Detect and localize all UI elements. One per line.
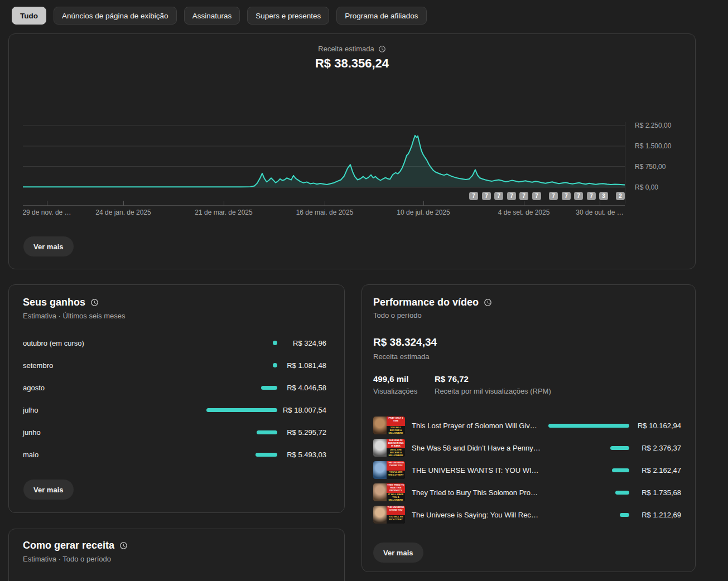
post-count-badge[interactable]: 7 [469,192,478,200]
earnings-card-title: Seus ganhos [23,297,99,308]
earnings-month-label: maio [23,451,194,459]
earnings-card: Seus ganhos Estimativa · Últimos seis me… [8,284,345,513]
post-count-badge[interactable]: 7 [587,192,596,200]
revenue-line-chart[interactable] [23,122,625,189]
video-thumbnail: PRAY ONLY 1 TIMEYOU WILL BECOME A MILLIO… [373,417,405,434]
thumbnail-red-caption: PRAY ONLY 1 TIME [387,417,405,426]
earnings-month-label: outubro (em curso) [23,339,194,347]
revenue-chart-card: Receita estimada R$ 38.356,24 Ver mais R… [8,33,696,269]
earnings-value: R$ 5.493,03 [282,451,326,459]
videos-see-more-button[interactable]: Ver mais [373,543,423,563]
post-count-badge[interactable]: 7 [507,192,516,200]
thumbnail-yellow-caption: IT WILL MAKE YOU A MILLIONAIRE [387,493,405,501]
earnings-see-more-button[interactable]: Ver mais [23,480,74,500]
video-revenue-bar [612,468,629,472]
earnings-row: maioR$ 5.493,03 [9,443,344,466]
video-revenue-total-label: Receita estimada [373,352,429,361]
x-axis-label: 16 de mai. de 2025 [296,209,354,216]
metric-label-text: Receita estimada [318,45,374,53]
earnings-bar-box [194,363,277,367]
video-revenue-bar [620,513,629,517]
person-image [373,439,387,457]
earnings-value: R$ 1.081,48 [282,361,326,370]
filter-chip-assinaturas[interactable]: Assinaturas [184,7,240,25]
x-axis-tick [325,201,325,206]
video-revenue-value: R$ 2.162,47 [634,466,681,475]
video-title: The Universe is Saying: You Will Rece… [412,511,546,519]
video-revenue-value: R$ 2.376,37 [634,444,681,452]
earnings-card-subtitle: Estimativa · Últimos seis meses [23,312,125,320]
clock-icon [90,298,99,307]
earnings-bar [257,430,277,434]
video-card-subtitle: Todo o período [373,311,422,319]
chart-end-marker [625,122,625,204]
earnings-dot [273,341,277,345]
chart-metric-label: Receita estimada [318,45,385,53]
post-count-badge[interactable]: 7 [532,192,541,200]
post-count-badge[interactable]: 7 [574,192,583,200]
thumbnail-captions: SHE WAS 58 AND NOTHING IN BANKUNTIL SHE … [387,439,405,457]
monetization-card-subtitle: Estimativa · Todo o período [23,555,111,563]
video-thumbnail: SHE WAS 58 AND NOTHING IN BANKUNTIL SHE … [373,439,405,457]
video-revenue-bar [610,446,629,450]
filter-chip-supers-e-presentes[interactable]: Supers e presentes [247,7,329,25]
earnings-value: R$ 5.295,72 [282,428,326,437]
video-revenue-value: R$ 1.212,69 [634,511,681,519]
earnings-row: julhoR$ 18.007,54 [9,399,344,421]
earnings-month-label: agosto [23,384,194,392]
video-thumbnail: THEY TRIED TO HIDE THIS PROPHECYIT WILL … [373,483,405,501]
estimated-revenue-total: R$ 38.356,24 [9,56,695,71]
thumbnail-yellow-caption: UNTIL SHE BECAME A MILLIONAIRE [387,448,405,457]
thumbnail-captions: THE UNIVERSE CHOSE YOUYOU'LL WIN THE LOT… [387,461,405,479]
filter-chips: TudoAnúncios de página de exibiçãoAssina… [12,7,427,25]
earnings-bar-box [194,430,277,434]
post-count-badge[interactable]: 7 [482,192,491,200]
video-revenue-value: R$ 10.162,94 [634,422,681,430]
earnings-bar [255,453,277,457]
thumbnail-red-caption: THE UNIVERSE CHOSE YOU [387,461,405,471]
y-axis-label: R$ 1.500,00 [635,142,671,150]
video-row[interactable]: THE UNIVERSE CHOSE YOUYOU WILL BE RICH T… [362,503,695,526]
video-revenue-bar [615,491,629,495]
x-axis-tick [224,201,224,206]
x-axis-label: 21 de mar. de 2025 [195,209,252,216]
post-count-badge[interactable]: 7 [562,192,571,200]
revenue-line [23,135,625,187]
earnings-row: outubro (em curso)R$ 324,96 [9,332,344,354]
earnings-month-label: julho [23,406,194,414]
monetization-card: Como gerar receita Estimativa · Todo o p… [8,529,345,581]
post-count-badge[interactable]: 7 [519,192,528,200]
person-image [373,483,387,501]
x-axis-tick [423,201,424,206]
video-bar-box [546,424,629,428]
video-thumbnail: THE UNIVERSE CHOSE YOUYOU WILL BE RICH T… [373,506,405,524]
earnings-title-text: Seus ganhos [23,297,85,308]
filter-chip-anuncios-de-pagina-de-exibicao[interactable]: Anúncios de página de exibição [54,7,177,25]
thumbnail-red-caption: THEY TRIED TO HIDE THIS PROPHECY [387,483,405,493]
earnings-bar-box [194,453,277,457]
video-row[interactable]: SHE WAS 58 AND NOTHING IN BANKUNTIL SHE … [362,437,695,459]
post-count-badge[interactable]: 7 [549,192,558,200]
post-count-badge[interactable]: 3 [599,192,608,200]
video-title-text: Performance do vídeo [373,297,479,308]
rpm-value: R$ 76,72 [435,374,551,384]
thumbnail-captions: THE UNIVERSE CHOSE YOUYOU WILL BE RICH T… [387,506,405,524]
clock-icon [378,45,386,53]
thumbnail-red-caption: SHE WAS 58 AND NOTHING IN BANK [387,439,405,448]
post-count-badge[interactable]: 2 [616,192,625,200]
x-axis-label: 30 de out. de … [576,209,623,216]
earnings-value: R$ 4.046,58 [282,384,326,392]
y-axis-label: R$ 2.250,00 [635,122,671,129]
video-row[interactable]: PRAY ONLY 1 TIMEYOU WILL BECOME A MILLIO… [362,414,695,437]
video-row[interactable]: THEY TRIED TO HIDE THIS PROPHECYIT WILL … [362,481,695,503]
filter-chip-tudo[interactable]: Tudo [12,7,46,25]
post-count-badge[interactable]: 7 [494,192,503,200]
chart-see-more-button[interactable]: Ver mais [23,236,74,256]
thumbnail-yellow-caption: YOU'LL WIN THE LOTTERY [387,471,405,479]
earnings-bar-box [194,386,277,390]
video-row[interactable]: THE UNIVERSE CHOSE YOUYOU'LL WIN THE LOT… [362,459,695,481]
x-axis-tick [524,201,524,206]
earnings-month-label: setembro [23,361,194,370]
filter-chip-programa-de-afiliados[interactable]: Programa de afiliados [336,7,426,25]
video-card-title: Performance do vídeo [373,297,492,308]
